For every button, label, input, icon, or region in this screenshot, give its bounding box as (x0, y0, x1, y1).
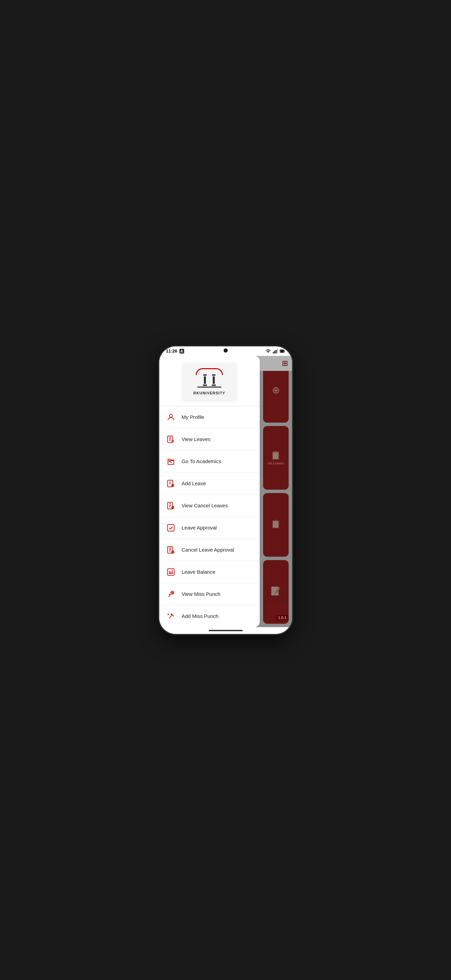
status-icons (266, 348, 285, 354)
wifi-icon (266, 348, 271, 354)
status-time: 11:26 (166, 348, 177, 353)
menu-label-add-leave: Add Leave (182, 480, 206, 486)
drawer-logo-section: RKUNIVERSITY (159, 356, 260, 406)
leave-balance-icon (165, 566, 177, 578)
svg-point-34 (171, 614, 172, 614)
svg-rect-5 (280, 350, 284, 352)
menu-label-add-miss-punch: Add Miss Punch (182, 613, 218, 619)
academics-icon (165, 455, 177, 468)
menu-item-cancel-leave-approval[interactable]: Cancel Leave Approval (159, 539, 260, 561)
menu-label-view-leaves: View Leaves (182, 436, 211, 442)
svg-rect-3 (277, 348, 278, 353)
svg-rect-0 (273, 352, 274, 353)
add-miss-punch-icon (165, 610, 177, 622)
camera-notch (224, 348, 228, 353)
menu-label-go-to-academics: Go To Academics (182, 458, 221, 464)
logo-pillar-right (212, 374, 216, 386)
logo-image (196, 368, 223, 388)
pillar-base (203, 385, 207, 386)
menu-item-view-cancel-leaves[interactable]: View Cancel Leaves (159, 495, 260, 517)
menu-list: My Profile View Leaves (159, 406, 260, 627)
svg-rect-6 (284, 350, 285, 352)
logo-pillar-left (203, 374, 207, 386)
menu-label-my-profile: My Profile (182, 414, 204, 420)
signal-icon (273, 348, 278, 354)
cancel-leaves-icon (165, 500, 177, 512)
add-leave-icon (165, 477, 177, 490)
svg-rect-1 (274, 351, 275, 353)
svg-rect-20 (167, 546, 172, 553)
menu-item-view-leaves[interactable]: View Leaves (159, 428, 260, 450)
menu-item-add-leave[interactable]: Add Leave (159, 473, 260, 495)
status-bar: 11:26 A (159, 347, 292, 356)
home-bar (209, 630, 243, 631)
view-leaves-icon (165, 433, 177, 445)
logo-arch (196, 368, 223, 375)
logo-pillars (203, 374, 216, 386)
phone-shell: 11:26 A (159, 347, 292, 634)
menu-label-view-cancel-leaves: View Cancel Leaves (182, 503, 228, 508)
pillar-top-r (212, 374, 215, 375)
menu-item-add-miss-punch[interactable]: Add Miss Punch (159, 605, 260, 627)
pillar-top (203, 374, 207, 375)
menu-label-leave-balance: Leave Balance (182, 569, 215, 575)
battery-icon (280, 348, 285, 354)
logo-text: RKUNIVERSITY (193, 391, 225, 395)
screen: ⊞ 📋 InO ⊕ 📄 Leave 📋 cel Leaves ☑️ Leaver… (159, 356, 292, 627)
cancel-leave-approval-icon (165, 544, 177, 556)
pillar-body (204, 376, 206, 384)
pillar-body-r (213, 376, 215, 384)
status-indicator: A (179, 349, 184, 353)
logo-box: RKUNIVERSITY (182, 363, 237, 401)
svg-point-7 (169, 414, 172, 417)
menu-item-leave-balance[interactable]: Leave Balance (159, 561, 260, 583)
menu-item-my-profile[interactable]: My Profile (159, 406, 260, 428)
menu-item-view-miss-punch[interactable]: View Miss Punch (159, 583, 260, 605)
home-indicator (159, 627, 292, 634)
menu-item-go-to-academics[interactable]: Go To Academics (159, 450, 260, 473)
profile-icon (165, 411, 177, 423)
svg-rect-19 (167, 524, 174, 531)
menu-label-leave-approval: Leave Approval (182, 525, 217, 530)
svg-rect-2 (276, 350, 276, 353)
menu-label-cancel-leave-approval: Cancel Leave Approval (182, 547, 234, 553)
view-miss-punch-icon (165, 588, 177, 600)
nav-drawer: RKUNIVERSITY My Profile (159, 356, 260, 627)
menu-item-leave-approval[interactable]: Leave Approval (159, 517, 260, 539)
svg-point-9 (172, 440, 174, 442)
menu-label-view-miss-punch: View Miss Punch (182, 591, 221, 597)
logo-base-line (198, 387, 221, 388)
leave-approval-icon (165, 522, 177, 534)
pillar-base-r (212, 385, 216, 386)
